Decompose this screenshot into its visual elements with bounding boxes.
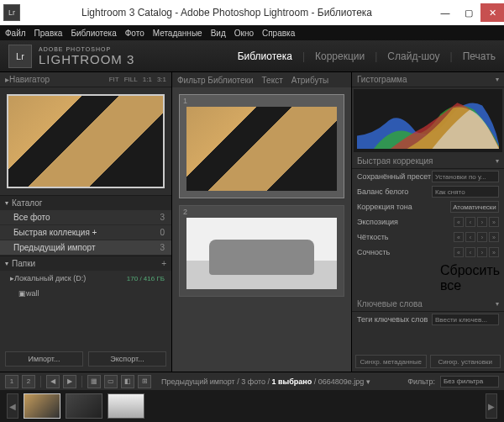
catalog-item[interactable]: Все фото3	[0, 210, 171, 225]
keyword-tags-label: Теги ключевых слов	[357, 315, 432, 324]
thumbnail-image	[186, 107, 337, 191]
view-grid-icon[interactable]: ▦	[87, 375, 101, 388]
menu-item[interactable]: Правка	[34, 29, 63, 38]
preset-label: Сохранённый пресет	[357, 172, 432, 181]
view-loupe-icon[interactable]: ▭	[104, 375, 118, 388]
menu-item[interactable]: Метаданные	[153, 29, 202, 38]
import-button[interactable]: Импорт...	[5, 351, 83, 367]
module-tab[interactable]: Библиотека	[238, 50, 292, 62]
folders-header[interactable]: ▾Папки +	[0, 256, 171, 271]
window-titlebar: Lr Lightroom 3 Catalog - Adobe Photoshop…	[0, 0, 504, 25]
filter-tab-attributes[interactable]: Атрибуты	[291, 76, 328, 85]
filter-select[interactable]: Без фильтра	[440, 376, 499, 388]
vibrance-label: Сочность	[357, 248, 454, 256]
preset-select[interactable]: Установки по у...	[432, 171, 499, 182]
minimize-button[interactable]: —	[433, 3, 457, 22]
menu-item[interactable]: Окно	[234, 29, 254, 38]
keyword-tags-input[interactable]: Ввести ключев...	[432, 314, 499, 325]
menu-item[interactable]: Фото	[125, 29, 144, 38]
navigator-image	[7, 94, 165, 188]
filmstrip: ◀ ▶	[0, 390, 504, 422]
thumbnail-image	[186, 218, 337, 289]
product-label: LIGHTROOM 3	[39, 52, 134, 66]
folder-item[interactable]: ▣ wall	[0, 286, 171, 301]
navigator-zoom-options[interactable]: FITFILL1:13:1	[109, 76, 166, 83]
menu-item[interactable]: Файл	[5, 29, 26, 38]
brand-label: ADOBE PHOTOSHOP	[39, 46, 134, 52]
add-folder-icon[interactable]: +	[161, 259, 166, 268]
status-text: Предыдущий импорт / 3 фото / 1 выбрано /…	[161, 377, 370, 386]
catalog-item[interactable]: Быстрая коллекция +0	[0, 225, 171, 240]
app-icon: Lr	[3, 4, 20, 21]
catalog-list: Все фото3Быстрая коллекция +0Предыдущий …	[0, 210, 171, 256]
center-panel: Фильтр Библиотеки Текст Атрибуты 1 2	[172, 72, 351, 372]
module-picker: Библиотека|Коррекции|Слайд-шоу|Печать	[238, 50, 496, 62]
clarity-stepper[interactable]: «‹›»	[454, 232, 499, 242]
filter-label: Фильтр:	[407, 377, 435, 386]
nav-back-icon[interactable]: ◀	[46, 375, 60, 388]
menu-item[interactable]: Библиотека	[71, 29, 116, 38]
exposure-stepper[interactable]: «‹›»	[454, 217, 499, 227]
catalog-header[interactable]: ▾Каталог	[0, 195, 171, 210]
page-next-button[interactable]: 2	[22, 375, 35, 388]
folder-drive[interactable]: ▸ Локальный диск (D:) 170 / 416 ГБ	[0, 271, 171, 286]
quickdev-header[interactable]: Быстрая коррекция ▾	[352, 154, 504, 169]
menu-item[interactable]: Справка	[262, 29, 295, 38]
menu-item[interactable]: Вид	[211, 29, 226, 38]
library-filter-bar: Фильтр Библиотеки Текст Атрибуты	[172, 72, 351, 87]
wb-select[interactable]: Как снято	[432, 186, 499, 198]
sync-metadata-button[interactable]: Синхр. метаданные	[355, 355, 427, 368]
window-title: Lightroom 3 Catalog - Adobe Photoshop Li…	[20, 7, 433, 18]
module-tab[interactable]: Слайд-шоу	[387, 50, 439, 62]
filmstrip-thumb[interactable]	[66, 393, 102, 419]
filter-tab-text[interactable]: Текст	[262, 76, 283, 85]
vibrance-stepper[interactable]: «‹›»	[454, 247, 499, 257]
module-tab[interactable]: Коррекции	[315, 50, 365, 62]
clarity-label: Чёткость	[357, 233, 454, 241]
filmstrip-thumb[interactable]	[24, 393, 60, 419]
wb-label: Баланс белого	[357, 187, 432, 196]
auto-tone-button[interactable]: Атоматически	[450, 201, 499, 213]
view-survey-icon[interactable]: ⊞	[138, 375, 151, 388]
right-panel: Гистограмма ▾ Быстрая коррекция ▾ Сохран…	[351, 72, 504, 372]
sync-settings-button[interactable]: Синхр. установки	[430, 355, 501, 368]
navigator-header[interactable]: ▸ Навигатор FITFILL1:13:1	[0, 72, 171, 87]
filmstrip-next-button[interactable]: ▶	[486, 393, 497, 419]
export-button[interactable]: Экспорт...	[88, 351, 166, 367]
view-compare-icon[interactable]: ◧	[121, 375, 134, 388]
filmstrip-thumb[interactable]	[108, 393, 144, 419]
catalog-item[interactable]: Предыдущий импорт3	[0, 240, 171, 256]
tone-label: Коррекция тона	[357, 203, 450, 211]
page-prev-button[interactable]: 1	[5, 375, 18, 388]
logo-icon: Lr	[8, 45, 32, 68]
exposure-label: Экспозиция	[357, 218, 454, 226]
app-header: Lr ADOBE PHOTOSHOP LIGHTROOM 3 Библиотек…	[0, 40, 504, 72]
grid-cell[interactable]: 2	[179, 205, 344, 297]
toolbar: 1 2 ◀ ▶ ▦ ▭ ◧ ⊞ Предыдущий импорт / 3 фо…	[0, 372, 504, 390]
left-panel: ▸ Навигатор FITFILL1:13:1 ▾Каталог Все ф…	[0, 72, 172, 372]
reset-all-button[interactable]: Сбросить все	[440, 263, 499, 293]
menu-bar: ФайлПравкаБиблиотекаФотоМетаданныеВидОкн…	[0, 25, 504, 40]
histogram-header[interactable]: Гистограмма ▾	[352, 72, 504, 87]
grid-cell[interactable]: 1	[179, 94, 344, 198]
maximize-button[interactable]: ▢	[457, 3, 480, 22]
keywords-header[interactable]: Ключевые слова ▾	[352, 297, 504, 312]
close-button[interactable]: ✕	[480, 3, 504, 22]
navigator-preview[interactable]	[0, 87, 171, 195]
nav-fwd-icon[interactable]: ▶	[63, 375, 76, 388]
module-tab[interactable]: Печать	[463, 50, 496, 62]
filmstrip-prev-button[interactable]: ◀	[7, 393, 18, 419]
histogram-display	[354, 89, 502, 152]
